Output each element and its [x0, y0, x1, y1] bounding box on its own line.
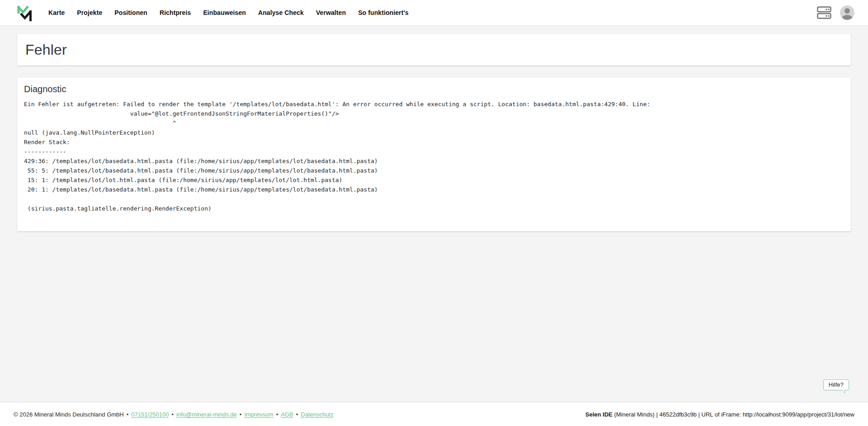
footer-ide-details: (Mineral Minds) | 46522dfb3c9b | URL of … — [614, 411, 854, 418]
mineral-minds-logo-icon[interactable] — [16, 4, 33, 22]
diagnostic-heading: Diagnostic — [24, 84, 844, 94]
nav-item-projekte[interactable]: Projekte — [77, 9, 102, 16]
footer-copyright: © 2026 Mineral Minds Deutschland GmbH — [14, 411, 124, 418]
footer-separator: • — [296, 411, 298, 418]
footer-ide-label: Selen IDE — [585, 411, 613, 418]
page-footer: © 2026 Mineral Minds Deutschland GmbH • … — [0, 402, 868, 426]
page-title: Fehler — [25, 42, 67, 58]
nav-item-verwalten[interactable]: Verwalten — [316, 9, 346, 16]
user-avatar-icon[interactable] — [839, 5, 855, 21]
diagnostic-card: Diagnostic Ein Fehler ist aufgetreten: F… — [17, 78, 851, 231]
nav-item-analyse-check[interactable]: Analyse Check — [258, 9, 304, 16]
footer-legal: © 2026 Mineral Minds Deutschland GmbH • … — [14, 411, 334, 418]
top-nav: Karte Projekte Positionen Richtpreis Ein… — [0, 0, 868, 26]
footer-email-link[interactable]: info@mineral-minds.de — [176, 411, 237, 418]
footer-phone-link[interactable]: 07151/250100 — [131, 411, 169, 418]
diagnostic-stacktrace: Ein Fehler ist aufgetreten: Failed to re… — [24, 99, 844, 213]
help-button-label: Hilfe? — [829, 381, 844, 388]
footer-ide-info: Selen IDE (Mineral Minds) | 46522dfb3c9b… — [585, 411, 854, 418]
footer-impressum-link[interactable]: Impressum — [244, 411, 273, 418]
main-content: Fehler Diagnostic Ein Fehler ist aufgetr… — [0, 26, 868, 402]
page-title-card: Fehler — [17, 34, 851, 66]
nav-right-actions — [817, 5, 855, 21]
footer-agb-link[interactable]: AGB — [281, 411, 293, 418]
footer-separator: • — [127, 411, 129, 418]
footer-separator: • — [240, 411, 242, 418]
footer-separator: • — [171, 411, 174, 418]
nav-item-richtpreis[interactable]: Richtpreis — [160, 9, 191, 16]
help-button[interactable]: Hilfe? — [823, 379, 849, 390]
footer-datenschutz-link[interactable]: Datenschutz — [301, 411, 333, 418]
nav-item-einbauweisen[interactable]: Einbauweisen — [203, 9, 246, 16]
nav-item-karte[interactable]: Karte — [48, 9, 65, 16]
nav-item-so-funktionierts[interactable]: So funktioniert's — [358, 9, 409, 16]
nav-item-positionen[interactable]: Positionen — [114, 9, 147, 16]
server-stack-icon[interactable] — [817, 6, 832, 19]
main-navigation: Karte Projekte Positionen Richtpreis Ein… — [48, 9, 409, 16]
footer-separator: • — [276, 411, 278, 418]
